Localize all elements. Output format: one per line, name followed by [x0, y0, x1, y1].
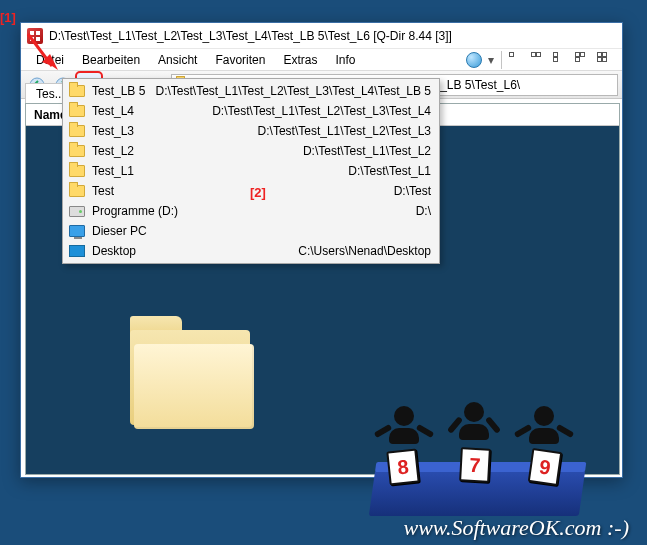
dropdown-item-name: Test_L4: [92, 104, 134, 118]
large-folder-icon: [130, 330, 250, 425]
dropdown-item[interactable]: Test_L4D:\Test\Test_L1\Test_L2\Test_L3\T…: [63, 101, 439, 121]
dropdown-item[interactable]: Test_L3D:\Test\Test_L1\Test_L2\Test_L3: [63, 121, 439, 141]
folder-icon: [69, 165, 85, 177]
dropdown-item[interactable]: Programme (D:)D:\: [63, 201, 439, 221]
layout-4-icon[interactable]: [597, 52, 613, 68]
chevron-down-icon[interactable]: ▾: [488, 53, 494, 67]
dropdown-item-name: Test: [92, 184, 114, 198]
dropdown-item-name: Desktop: [92, 244, 136, 258]
menu-favoriten[interactable]: Favoriten: [206, 51, 274, 69]
dropdown-item-name: Test_L1: [92, 164, 134, 178]
dropdown-item-name: Test_L3: [92, 124, 134, 138]
dropdown-item-path: C:\Users\Nenad\Desktop: [143, 244, 431, 258]
dropdown-item-path: D:\Test\Test_L1\Test_L2\Test_L3\Test_L4\…: [152, 84, 431, 98]
dropdown-item-path: D:\Test\Test_L1: [141, 164, 431, 178]
path-history-dropdown: Test_LB 5D:\Test\Test_L1\Test_L2\Test_L3…: [62, 78, 440, 264]
annotation-arrow: [24, 32, 60, 76]
dropdown-item-path: D:\Test: [121, 184, 431, 198]
dropdown-item-path: D:\Test\Test_L1\Test_L2\Test_L3\Test_L4: [141, 104, 431, 118]
annotation-2: [2]: [250, 185, 266, 200]
score-card-3: 9: [528, 448, 562, 486]
layout-2v-icon[interactable]: [553, 52, 569, 68]
dropdown-item-path: D:\: [185, 204, 431, 218]
dropdown-item-name: Test_L2: [92, 144, 134, 158]
dropdown-item-name: Programme (D:): [92, 204, 178, 218]
menu-info[interactable]: Info: [326, 51, 364, 69]
dropdown-item[interactable]: Test_L1D:\Test\Test_L1: [63, 161, 439, 181]
folder-icon: [69, 85, 85, 97]
menu-extras[interactable]: Extras: [274, 51, 326, 69]
menu-bar: Datei Bearbeiten Ansicht Favoriten Extra…: [21, 49, 622, 71]
annotation-1: [1]: [0, 10, 16, 25]
layout-1-icon[interactable]: [509, 52, 525, 68]
desktop-icon: [69, 245, 85, 257]
dropdown-item[interactable]: Dieser PC: [63, 221, 439, 241]
title-bar[interactable]: D:\Test\Test_L1\Test_L2\Test_L3\Test_L4\…: [21, 23, 622, 49]
dropdown-item-name: Dieser PC: [92, 224, 147, 238]
dropdown-item[interactable]: DesktopC:\Users\Nenad\Desktop: [63, 241, 439, 261]
globe-icon[interactable]: [466, 52, 482, 68]
dropdown-item-name: Test_LB 5: [92, 84, 145, 98]
judges-cartoon: 8 7 9: [352, 400, 602, 530]
dropdown-item[interactable]: Test_L2D:\Test\Test_L1\Test_L2: [63, 141, 439, 161]
dropdown-item-path: D:\Test\Test_L1\Test_L2: [141, 144, 431, 158]
folder-icon: [69, 105, 85, 117]
tab-label: Tes...: [36, 87, 65, 101]
drive-icon: [69, 206, 85, 217]
menu-bearbeiten[interactable]: Bearbeiten: [73, 51, 149, 69]
folder-icon: [69, 145, 85, 157]
separator: [501, 51, 502, 69]
layout-2-icon[interactable]: [531, 52, 547, 68]
watermark: www.SoftwareOK.com :-): [404, 515, 630, 541]
score-card-2: 7: [459, 447, 491, 483]
layout-3-icon[interactable]: [575, 52, 591, 68]
score-card-1: 8: [386, 449, 419, 486]
window-title: D:\Test\Test_L1\Test_L2\Test_L3\Test_L4\…: [49, 29, 452, 43]
dropdown-item-path: D:\Test\Test_L1\Test_L2\Test_L3: [141, 124, 431, 138]
folder-icon: [69, 125, 85, 137]
folder-icon: [69, 185, 85, 197]
pc-icon: [69, 225, 85, 237]
menu-ansicht[interactable]: Ansicht: [149, 51, 206, 69]
dropdown-item[interactable]: Test_LB 5D:\Test\Test_L1\Test_L2\Test_L3…: [63, 81, 439, 101]
